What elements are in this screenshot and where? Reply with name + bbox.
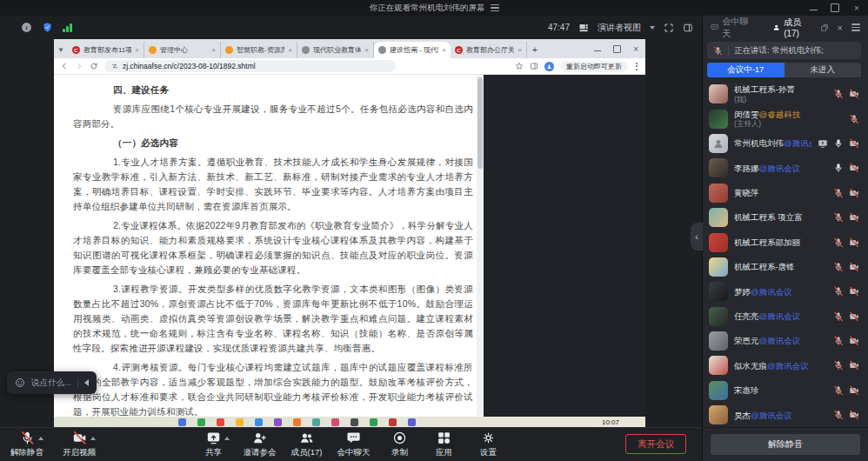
browser-tab[interactable]: C教育部发布11项现代职× <box>68 42 144 58</box>
quick-chat-bubble[interactable]: 说点什么... <box>7 371 97 394</box>
profile-avatar[interactable] <box>544 62 554 71</box>
browser-tab[interactable]: 现代职业教育体系改革× <box>297 42 374 58</box>
toolbar-mic-muted-button[interactable]: 解除静音 <box>10 431 43 458</box>
title-menu-icon[interactable] <box>491 4 499 11</box>
bookmark-star-icon[interactable] <box>515 62 524 70</box>
url-field[interactable]: zj.chinaafse.cn/c/2023-08-10/1892.shtml <box>104 60 396 72</box>
tab-title: 现代职业教育体系改革 <box>313 45 361 55</box>
fullscreen-icon[interactable] <box>664 23 674 33</box>
tab-in-meeting[interactable]: 会议中-17 <box>707 63 785 77</box>
forward-icon[interactable] <box>75 62 83 70</box>
tab-members[interactable]: 成员(17) <box>772 17 812 38</box>
toolbar-record-button[interactable]: 录制 <box>384 431 414 458</box>
taskbar-app-icon[interactable] <box>331 418 339 426</box>
taskbar-app-icon[interactable] <box>312 418 320 426</box>
maximize-button[interactable] <box>831 3 839 12</box>
toolbar-settings-button[interactable]: 设置 <box>473 431 503 458</box>
meeting-info-icon[interactable]: i <box>21 22 32 33</box>
browser-tab[interactable]: C教育部办公厅关于做好× <box>451 42 527 58</box>
minimize-button[interactable] <box>810 5 818 10</box>
tab-search-chevron-icon[interactable]: ▼ <box>54 46 68 58</box>
browser-close-icon[interactable]: × <box>633 44 638 54</box>
tab-close-icon[interactable]: × <box>211 46 216 54</box>
tab-chat[interactable]: 会中聊天 <box>711 16 752 40</box>
toolbar-chat-button[interactable]: 会中聊天 <box>337 431 370 458</box>
side-panel-toggle-icon[interactable] <box>683 23 693 33</box>
member-row[interactable]: 闵倩雯@睿越科技(主持人) <box>703 106 868 130</box>
collapse-left-icon[interactable] <box>84 379 89 386</box>
back-icon[interactable] <box>60 62 69 70</box>
member-row[interactable]: 梦婷@腾讯会议 <box>703 279 868 304</box>
taskbar-app-icon[interactable] <box>389 418 397 426</box>
view-mode-caret-icon[interactable] <box>650 26 655 30</box>
reload-icon[interactable] <box>90 62 98 70</box>
tab-close-icon[interactable]: × <box>288 46 292 54</box>
taskbar-app-icon[interactable] <box>178 418 186 426</box>
taskbar-app-icon[interactable] <box>293 418 301 426</box>
reading-panel-icon[interactable] <box>530 62 538 70</box>
unmute-button[interactable]: 解除静音 <box>711 434 860 455</box>
toolbar-apps-button[interactable]: 应用 <box>429 431 458 458</box>
sidebar-collapse-handle[interactable]: ‹ <box>691 223 703 251</box>
panel-menu-icon[interactable] <box>851 23 860 30</box>
member-row[interactable]: 宋惠珍 <box>703 378 868 403</box>
speaking-text: 正在讲话: 常州机电刘伟; <box>734 45 824 57</box>
page-scrollbar-thumb[interactable] <box>477 77 483 169</box>
close-button[interactable]: × <box>852 3 861 12</box>
quick-chat-input[interactable]: 说点什么... <box>31 377 71 389</box>
member-row[interactable]: 黄晓萍 <box>703 181 868 205</box>
taskbar-app-icon[interactable] <box>408 418 416 426</box>
taskbar-app-icon[interactable] <box>274 418 282 426</box>
new-tab-button[interactable]: + <box>527 44 543 58</box>
camera-muted-icon <box>849 410 859 420</box>
view-mode-selector[interactable]: 演讲者视图 <box>598 22 641 34</box>
member-name: 昊杰@腾讯会议 <box>734 411 827 420</box>
avatar <box>709 158 728 177</box>
emoji-smiley-icon[interactable] <box>15 377 25 388</box>
leave-meeting-button[interactable]: 离开会议 <box>625 434 686 454</box>
browser-maximize-icon[interactable] <box>613 45 621 53</box>
toolbar-caret-icon[interactable] <box>90 437 96 440</box>
taskbar-app-icon[interactable] <box>370 418 377 426</box>
close-panel-icon[interactable]: × <box>838 23 843 33</box>
taskbar-app-icon[interactable] <box>351 418 358 426</box>
camera-muted-icon <box>72 431 87 445</box>
tab-close-icon[interactable]: × <box>442 46 446 54</box>
tab-close-icon[interactable]: × <box>517 46 522 54</box>
tab-close-icon[interactable]: × <box>364 46 369 54</box>
member-row[interactable]: 机械工程系-唐锋 <box>703 255 868 279</box>
tab-close-icon[interactable]: × <box>135 46 139 54</box>
chrome-update-pill[interactable]: 重新启动即可更新 <box>560 61 628 72</box>
taskbar-clock: 10:07 <box>602 418 619 426</box>
tab-not-joined[interactable]: 未进入 <box>785 63 862 77</box>
taskbar-app-icon[interactable] <box>197 418 205 426</box>
member-name: 机械工程系邵加丽 <box>734 237 827 247</box>
security-shield-icon[interactable] <box>42 22 53 33</box>
member-row[interactable]: 荣恩元@腾讯会议 <box>703 329 868 353</box>
member-row[interactable]: 李路娜@腾讯会议 <box>703 156 868 180</box>
toolbar-caret-icon[interactable] <box>38 437 43 440</box>
taskbar-app-icon[interactable] <box>236 418 244 426</box>
toolbar-caret-icon[interactable] <box>224 437 230 440</box>
toolbar-camera-muted-button[interactable]: 开启视频 <box>63 431 96 458</box>
member-row[interactable]: 似水无痕@腾讯会议 <box>703 353 868 377</box>
members-icon <box>299 431 314 445</box>
browser-menu-icon[interactable] <box>634 63 639 70</box>
browser-tab[interactable]: 管理中心× <box>144 42 221 58</box>
popout-panel-icon[interactable] <box>820 23 829 32</box>
browser-tab[interactable]: 建设指南 - 现代职业教× <box>374 42 451 58</box>
taskbar-app-icon[interactable] <box>255 418 263 426</box>
toolbar-invite-button[interactable]: 邀请参会 <box>244 431 277 458</box>
toolbar-members-button[interactable]: 成员(17) <box>291 431 323 458</box>
toolbar-share-screen-button[interactable]: 共享 <box>199 431 229 458</box>
browser-tab[interactable]: 智慧职教-资源库× <box>221 42 297 58</box>
member-row[interactable]: 昊杰@腾讯会议 <box>703 403 868 427</box>
member-row[interactable]: 任亮亮@腾讯会议 <box>703 304 868 329</box>
member-row[interactable]: 常州机电刘伟@腾讯会议 <box>703 131 868 156</box>
member-row[interactable]: 机械工程系 项立富 <box>703 205 868 230</box>
member-row[interactable]: 机械工程系-孙菁(我) <box>703 82 868 106</box>
member-org-suffix: @腾讯会议 <box>784 138 811 148</box>
member-row[interactable]: 机械工程系邵加丽 <box>703 230 868 254</box>
taskbar-app-icon[interactable] <box>217 418 224 426</box>
browser-minimize-icon[interactable] <box>594 47 601 51</box>
